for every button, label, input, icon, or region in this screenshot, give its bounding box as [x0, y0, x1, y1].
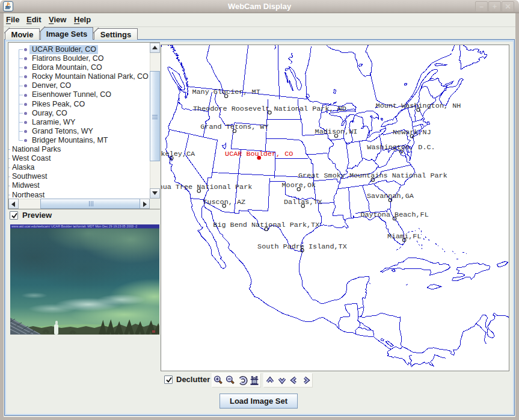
svg-text:Savannah,GA: Savannah,GA — [367, 192, 414, 200]
svg-text:Great Smoky Mountains National: Great Smoky Mountains National Park — [298, 171, 447, 180]
svg-text:Many Glacier, MT: Many Glacier, MT — [192, 88, 260, 96]
svg-text:Daytona Beach,FL: Daytona Beach,FL — [360, 211, 428, 219]
svg-text:Moore,Ok: Moore,Ok — [281, 181, 316, 190]
svg-text:Madison,WI: Madison,WI — [315, 128, 358, 136]
svg-text:Miami,FL: Miami,FL — [387, 232, 422, 241]
svg-text:Tuscon, AZ: Tuscon, AZ — [203, 198, 245, 206]
svg-text:South Padre Island,TX: South Padre Island,TX — [257, 242, 347, 251]
svg-text:Grand Tetons, WY: Grand Tetons, WY — [200, 123, 268, 131]
svg-text:www.atd.ucar.edu/webcam/ UCAR: www.atd.ucar.edu/webcam/ UCAR Boulder la… — [11, 224, 137, 228]
svg-text:Dallas,TX: Dallas,TX — [284, 198, 322, 206]
svg-text:Washington, D.C.: Washington, D.C. — [367, 143, 435, 152]
svg-text:Newark,NJ: Newark,NJ — [393, 128, 431, 137]
svg-text:Joshua Tree National Park: Joshua Tree National Park — [161, 183, 252, 191]
svg-text:Big Bend National Park,TX: Big Bend National Park,TX — [213, 221, 319, 229]
svg-text:Mount Washington, NH: Mount Washington, NH — [376, 102, 461, 110]
svg-text:Theodore Roosevelt National Pa: Theodore Roosevelt National Park, ND — [193, 105, 346, 113]
svg-text:Berkeley,CA: Berkeley,CA — [161, 150, 195, 158]
svg-text:UCAR Boulder, CO: UCAR Boulder, CO — [225, 150, 293, 158]
